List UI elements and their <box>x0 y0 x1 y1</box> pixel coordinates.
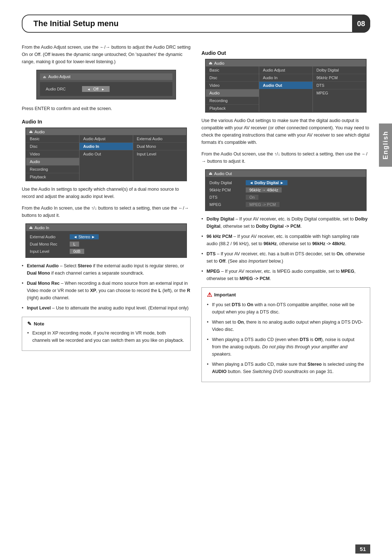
audio-in-desc1: Use the Audio In settings to specify whi… <box>22 186 191 200</box>
audio-in-bullets: External Audio – Select Stereo if the ex… <box>22 262 191 312</box>
audio-out-col2: Audio Adjust Audio In Audio Out <box>259 66 313 112</box>
important-item-3: When playing a DTS audio CD (even when D… <box>207 336 365 358</box>
bullet-96khz: 96 kHz PCM – If your AV receiver, etc. i… <box>201 233 370 247</box>
menu-cell: Basic <box>206 66 259 74</box>
menu-cell: Disc <box>206 74 259 82</box>
menu-cell: Audio Adjust <box>259 66 312 74</box>
bullet-dts: DTS – If your AV receiver, etc. has a bu… <box>201 250 370 265</box>
menu-cell: External Audio <box>133 135 186 143</box>
input-level-value: 0dB <box>70 249 84 254</box>
96khz-label: 96kHz PCM <box>209 188 246 192</box>
audio-out-s2-dvd-icon: ⏏ <box>209 171 212 176</box>
bullet-dolby: Dolby Digital – If your AV receiver, etc… <box>201 215 370 230</box>
menu-cell: Dual Mono <box>133 143 186 150</box>
audio-in-screen2-title: ⏏ Audio In <box>26 224 186 231</box>
audio-in-screen2-body: External Audio ◄ Stereo ► Dual Mono Rec … <box>26 231 186 257</box>
arrow-left-icon <box>87 87 90 91</box>
menu-cell: Dolby Digital <box>313 66 366 74</box>
note-title: Note <box>34 321 44 327</box>
arrow-right-icon <box>101 87 105 91</box>
audio-in-heading: Audio In <box>22 119 191 125</box>
menu-cell: Basic <box>26 135 79 143</box>
content-area: From the Audio Adjust screen, use the ←/… <box>22 44 370 387</box>
menu-cell-audio-in: Audio In <box>79 143 132 150</box>
audio-drc-value: Off <box>82 86 110 92</box>
menu-cell: DTS <box>313 82 366 89</box>
important-list: If you set DTS to On with a non-DTS comp… <box>207 301 365 375</box>
audio-drc-title-bar: ⏏ Audio Adjust <box>40 73 172 80</box>
audio-in-col3: External Audio Dual Mono Input Level <box>133 135 186 181</box>
dolby-label: Dolby Digital <box>209 181 246 185</box>
side-language-label: English <box>379 123 392 167</box>
note-item: Except in XP recording mode, if you're r… <box>27 329 185 344</box>
menu-cell: Audio Out <box>79 150 132 158</box>
audio-in-desc2: From the Audio In screen, use the ↑/↓ bu… <box>22 204 191 219</box>
intro-paragraph: From the Audio Adjust screen, use the ←/… <box>22 44 191 65</box>
dolby-value: ◄ Dolby Digital ► <box>246 180 287 185</box>
screen-in-row-1: External Audio ◄ Stereo ► <box>30 233 183 240</box>
audio-drc-screen-title: Audio Adjust <box>48 74 70 79</box>
audio-out-row-dts: DTS On <box>209 194 362 201</box>
audio-out-screen2: ⏏ Audio Out Dolby Digital ◄ Dolby Digita… <box>205 169 367 211</box>
input-level-label: Input Level <box>30 249 70 254</box>
audio-in-dvd-icon: ⏏ <box>29 129 33 134</box>
audio-out-desc1: Use the various Audio Out settings to ma… <box>201 117 370 146</box>
note-icon: ✎ <box>27 321 32 327</box>
audio-in-menu: ⏏ Audio Basic Disc Video Audio Recording… <box>25 127 187 181</box>
menu-cell: Recording <box>26 166 79 173</box>
audio-drc-row: Audio DRC Off <box>43 85 170 93</box>
chapter-title: The Initial Setup menu <box>33 19 119 28</box>
audio-in-screen2: ⏏ Audio In External Audio ◄ Stereo ► Dua… <box>25 223 187 258</box>
audio-out-menu-inner: Basic Disc Video Audio Recording Playbac… <box>206 66 366 112</box>
mpeg-label: MPEG <box>209 202 246 207</box>
menu-cell-audio: Audio <box>206 89 259 97</box>
note-header: ✎ Note <box>27 321 185 327</box>
audio-in-s2-dvd-icon: ⏏ <box>29 225 33 230</box>
menu-cell: Recording <box>206 97 259 105</box>
menu-cell: Input Level <box>133 150 186 158</box>
audio-out-screen2-body: Dolby Digital ◄ Dolby Digital ► 96kHz PC… <box>206 177 366 210</box>
dvd-icon: ⏏ <box>43 75 46 79</box>
right-column: Audio Out ⏏ Audio Basic Disc Video Audio… <box>201 44 370 387</box>
page-container: The Initial Setup menu 08 English From t… <box>0 15 392 555</box>
audio-in-col2: Audio Adjust Audio In Audio Out <box>79 135 133 181</box>
note-box: ✎ Note Except in XP recording mode, if y… <box>22 317 191 351</box>
audio-drc-label: Audio DRC <box>46 87 82 91</box>
bullet-input-level: Input Level – Use to attenuate the analo… <box>22 304 191 312</box>
important-item-4: When playing a DTS audio CD, make sure t… <box>207 361 365 375</box>
audio-out-col3: Dolby Digital 96kHz PCM DTS MPEG <box>313 66 366 112</box>
audio-out-desc2: From the Audio Out screen, use the ↑/↓ b… <box>201 150 370 165</box>
bullet-dual-mono: Dual Mono Rec – When recording a dual mo… <box>22 280 191 301</box>
audio-out-col1: Basic Disc Video Audio Recording Playbac… <box>206 66 259 112</box>
important-header: ⚠ Important <box>207 291 365 298</box>
audio-out-bullets: Dolby Digital – If your AV receiver, etc… <box>201 215 370 282</box>
important-item-1: If you set DTS to On with a non-DTS comp… <box>207 301 365 316</box>
menu-cell: Playback <box>26 173 79 181</box>
menu-cell: MPEG <box>313 89 366 97</box>
menu-cell: Audio In <box>259 74 312 82</box>
screen-in-row-2: Dual Mono Rec L <box>30 240 183 248</box>
page-number: 51 <box>355 544 370 554</box>
dts-label: DTS <box>209 195 246 199</box>
screen-in-row-3: Input Level 0dB <box>30 248 183 255</box>
bullet-external-audio: External Audio – Select Stereo if the ex… <box>22 262 191 277</box>
important-title: Important <box>214 292 236 297</box>
audio-out-row-dolby: Dolby Digital ◄ Dolby Digital ► <box>209 179 362 186</box>
chapter-header: The Initial Setup menu 08 <box>22 15 370 33</box>
menu-cell: Video <box>206 82 259 89</box>
audio-in-menu-title: ⏏ Audio <box>26 128 186 135</box>
audio-in-menu-inner: Basic Disc Video Audio Recording Playbac… <box>26 135 186 181</box>
note-list: Except in XP recording mode, if you're r… <box>27 329 185 344</box>
press-enter-text: Press ENTER to confirm and exit the scre… <box>22 105 191 112</box>
menu-cell: Audio Adjust <box>79 135 132 143</box>
ext-audio-label: External Audio <box>30 235 70 239</box>
ext-audio-value: ◄ Stereo ► <box>70 234 99 239</box>
menu-cell: 96kHz PCM <box>313 74 366 82</box>
dual-mono-value: L <box>70 242 79 247</box>
audio-out-dvd-icon: ⏏ <box>209 61 212 65</box>
audio-drc-screen-inner: Audio DRC Off <box>40 82 172 96</box>
menu-cell: Disc <box>26 143 79 150</box>
audio-out-menu-title: ⏏ Audio <box>206 60 366 66</box>
important-icon: ⚠ <box>207 291 212 298</box>
audio-out-screen2-title: ⏏ Audio Out <box>206 170 366 177</box>
